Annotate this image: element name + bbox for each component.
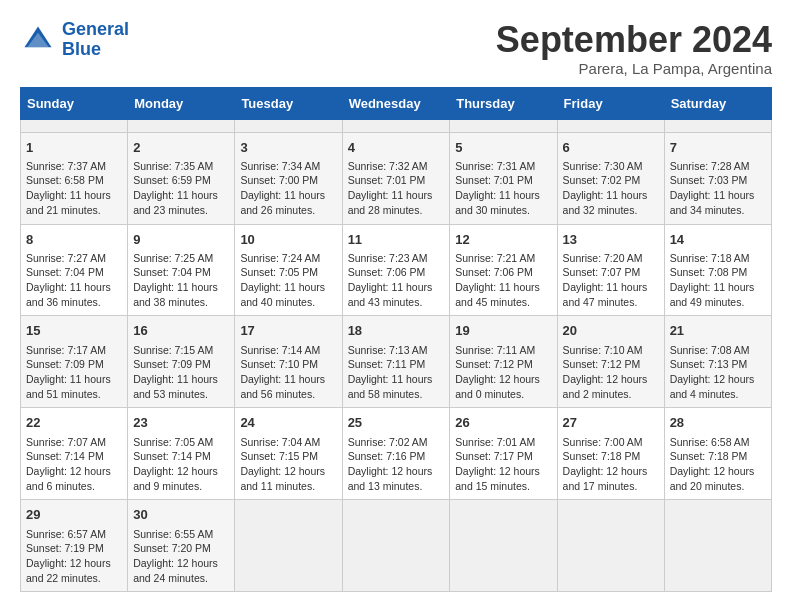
day-number: 18 xyxy=(348,322,445,340)
day-info: Daylight: 12 hours xyxy=(670,372,766,387)
day-info: Daylight: 11 hours xyxy=(455,188,551,203)
day-info: Daylight: 12 hours xyxy=(455,372,551,387)
day-info: and 13 minutes. xyxy=(348,479,445,494)
day-info: Sunset: 7:19 PM xyxy=(26,541,122,556)
weekday-header-saturday: Saturday xyxy=(664,87,771,119)
day-info: Sunset: 7:11 PM xyxy=(348,357,445,372)
day-info: Sunset: 7:08 PM xyxy=(670,265,766,280)
day-info: and 47 minutes. xyxy=(563,295,659,310)
calendar-cell: 21Sunrise: 7:08 AMSunset: 7:13 PMDayligh… xyxy=(664,316,771,408)
day-number: 23 xyxy=(133,414,229,432)
day-info: Sunset: 7:14 PM xyxy=(133,449,229,464)
day-info: and 21 minutes. xyxy=(26,203,122,218)
day-info: and 22 minutes. xyxy=(26,571,122,586)
day-info: Sunrise: 7:23 AM xyxy=(348,251,445,266)
day-info: Sunrise: 7:31 AM xyxy=(455,159,551,174)
calendar-cell: 9Sunrise: 7:25 AMSunset: 7:04 PMDaylight… xyxy=(128,224,235,316)
day-info: Sunrise: 7:25 AM xyxy=(133,251,229,266)
calendar-cell: 18Sunrise: 7:13 AMSunset: 7:11 PMDayligh… xyxy=(342,316,450,408)
day-number: 26 xyxy=(455,414,551,432)
day-info: Sunrise: 7:30 AM xyxy=(563,159,659,174)
day-info: and 0 minutes. xyxy=(455,387,551,402)
weekday-header-thursday: Thursday xyxy=(450,87,557,119)
day-info: Sunrise: 7:17 AM xyxy=(26,343,122,358)
day-info: Sunset: 7:03 PM xyxy=(670,173,766,188)
day-info: Sunrise: 7:34 AM xyxy=(240,159,336,174)
calendar-cell: 8Sunrise: 7:27 AMSunset: 7:04 PMDaylight… xyxy=(21,224,128,316)
calendar-cell xyxy=(235,119,342,132)
day-number: 15 xyxy=(26,322,122,340)
day-info: Daylight: 12 hours xyxy=(133,556,229,571)
calendar-cell: 28Sunrise: 6:58 AMSunset: 7:18 PMDayligh… xyxy=(664,408,771,500)
day-number: 27 xyxy=(563,414,659,432)
day-info: Sunrise: 6:58 AM xyxy=(670,435,766,450)
day-info: Sunrise: 7:21 AM xyxy=(455,251,551,266)
day-info: and 4 minutes. xyxy=(670,387,766,402)
day-info: Sunrise: 7:02 AM xyxy=(348,435,445,450)
day-info: Daylight: 11 hours xyxy=(348,372,445,387)
calendar-cell xyxy=(342,500,450,592)
weekday-header-sunday: Sunday xyxy=(21,87,128,119)
day-info: Sunrise: 7:27 AM xyxy=(26,251,122,266)
calendar-cell: 30Sunrise: 6:55 AMSunset: 7:20 PMDayligh… xyxy=(128,500,235,592)
calendar-table: SundayMondayTuesdayWednesdayThursdayFrid… xyxy=(20,87,772,593)
day-info: Sunrise: 7:10 AM xyxy=(563,343,659,358)
calendar-cell: 22Sunrise: 7:07 AMSunset: 7:14 PMDayligh… xyxy=(21,408,128,500)
calendar-cell xyxy=(557,500,664,592)
day-number: 11 xyxy=(348,231,445,249)
day-info: and 45 minutes. xyxy=(455,295,551,310)
calendar-cell: 3Sunrise: 7:34 AMSunset: 7:00 PMDaylight… xyxy=(235,132,342,224)
day-info: Sunrise: 7:01 AM xyxy=(455,435,551,450)
day-info: Daylight: 12 hours xyxy=(133,464,229,479)
day-info: Sunrise: 7:11 AM xyxy=(455,343,551,358)
weekday-header-friday: Friday xyxy=(557,87,664,119)
day-number: 5 xyxy=(455,139,551,157)
day-info: and 24 minutes. xyxy=(133,571,229,586)
day-number: 13 xyxy=(563,231,659,249)
day-info: Sunrise: 7:08 AM xyxy=(670,343,766,358)
calendar-cell: 25Sunrise: 7:02 AMSunset: 7:16 PMDayligh… xyxy=(342,408,450,500)
day-info: Sunrise: 7:20 AM xyxy=(563,251,659,266)
day-info: Sunset: 7:07 PM xyxy=(563,265,659,280)
calendar-cell xyxy=(664,119,771,132)
day-info: and 30 minutes. xyxy=(455,203,551,218)
calendar-week-3: 8Sunrise: 7:27 AMSunset: 7:04 PMDaylight… xyxy=(21,224,772,316)
day-info: Daylight: 12 hours xyxy=(670,464,766,479)
day-info: Daylight: 12 hours xyxy=(26,464,122,479)
day-info: and 53 minutes. xyxy=(133,387,229,402)
calendar-cell xyxy=(342,119,450,132)
day-number: 10 xyxy=(240,231,336,249)
day-info: Sunset: 7:14 PM xyxy=(26,449,122,464)
day-info: and 26 minutes. xyxy=(240,203,336,218)
day-info: and 38 minutes. xyxy=(133,295,229,310)
day-info: Daylight: 11 hours xyxy=(133,372,229,387)
day-info: Sunset: 7:06 PM xyxy=(348,265,445,280)
calendar-week-1 xyxy=(21,119,772,132)
day-info: and 9 minutes. xyxy=(133,479,229,494)
day-info: and 20 minutes. xyxy=(670,479,766,494)
day-info: Sunset: 7:16 PM xyxy=(348,449,445,464)
day-info: Sunrise: 7:15 AM xyxy=(133,343,229,358)
day-info: Daylight: 11 hours xyxy=(563,280,659,295)
calendar-week-5: 22Sunrise: 7:07 AMSunset: 7:14 PMDayligh… xyxy=(21,408,772,500)
title-block: September 2024 Parera, La Pampa, Argenti… xyxy=(496,20,772,77)
day-info: and 17 minutes. xyxy=(563,479,659,494)
calendar-cell: 17Sunrise: 7:14 AMSunset: 7:10 PMDayligh… xyxy=(235,316,342,408)
calendar-cell: 16Sunrise: 7:15 AMSunset: 7:09 PMDayligh… xyxy=(128,316,235,408)
day-info: Sunset: 7:10 PM xyxy=(240,357,336,372)
day-info: Sunset: 7:17 PM xyxy=(455,449,551,464)
calendar-week-2: 1Sunrise: 7:37 AMSunset: 6:58 PMDaylight… xyxy=(21,132,772,224)
day-info: Sunrise: 7:35 AM xyxy=(133,159,229,174)
day-info: Sunrise: 7:00 AM xyxy=(563,435,659,450)
calendar-cell: 19Sunrise: 7:11 AMSunset: 7:12 PMDayligh… xyxy=(450,316,557,408)
day-info: Daylight: 12 hours xyxy=(26,556,122,571)
day-number: 29 xyxy=(26,506,122,524)
calendar-cell: 2Sunrise: 7:35 AMSunset: 6:59 PMDaylight… xyxy=(128,132,235,224)
day-number: 9 xyxy=(133,231,229,249)
day-info: Daylight: 11 hours xyxy=(348,280,445,295)
day-info: Sunset: 7:12 PM xyxy=(455,357,551,372)
day-number: 25 xyxy=(348,414,445,432)
day-number: 19 xyxy=(455,322,551,340)
calendar-cell xyxy=(235,500,342,592)
calendar-cell: 13Sunrise: 7:20 AMSunset: 7:07 PMDayligh… xyxy=(557,224,664,316)
